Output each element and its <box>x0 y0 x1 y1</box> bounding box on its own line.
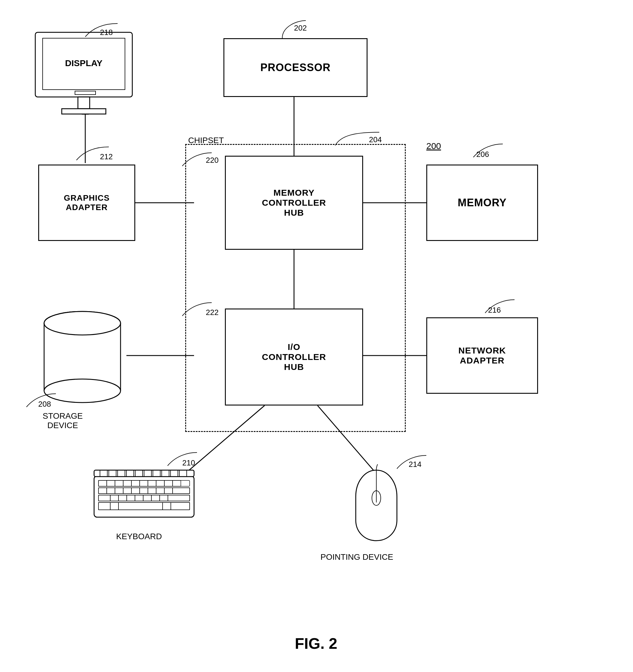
ref-200: 200 <box>426 141 441 151</box>
svg-rect-22 <box>94 476 194 517</box>
svg-rect-21 <box>75 91 96 95</box>
keyboard-label: KEYBOARD <box>116 532 162 541</box>
display-svg: DISPLAY <box>29 29 138 120</box>
processor-label: PROCESSOR <box>260 62 330 74</box>
network-adapter-label: NETWORK ADAPTER <box>459 345 506 365</box>
ref-208-bracket <box>24 391 59 408</box>
ref-214-bracket <box>394 453 429 470</box>
network-adapter-box: NETWORK ADAPTER <box>426 317 538 394</box>
ref-206-bracket <box>470 141 506 159</box>
io-controller-hub-box: I/O CONTROLLER HUB <box>225 309 363 406</box>
chipset-label: CHIPSET <box>188 136 224 145</box>
ref-216-bracket <box>482 297 517 314</box>
ref-202-bracket <box>259 18 318 41</box>
svg-text:DISPLAY: DISPLAY <box>65 58 102 68</box>
ref-210-bracket <box>165 450 200 467</box>
processor-box: PROCESSOR <box>224 38 368 97</box>
storage-device-label: STORAGE DEVICE <box>43 411 83 430</box>
svg-rect-20 <box>62 109 106 114</box>
memory-box: MEMORY <box>426 165 538 241</box>
ref-212-bracket <box>73 144 112 162</box>
ref-204-bracket <box>332 129 385 147</box>
fig-label: FIG. 2 <box>250 635 382 652</box>
ref-222-bracket <box>179 300 215 317</box>
ref-218-bracket <box>82 21 120 38</box>
svg-point-15 <box>44 311 120 335</box>
graphics-adapter-label: GRAPHICS ADAPTER <box>64 193 110 212</box>
memory-label: MEMORY <box>458 197 507 209</box>
keyboard-svg <box>91 467 197 526</box>
diagram-container: PROCESSOR 202 200 CHIPSET 204 MEMORY CON… <box>0 0 633 672</box>
svg-rect-19 <box>78 97 90 109</box>
graphics-adapter-box: GRAPHICS ADAPTER <box>38 165 135 241</box>
mouse-svg <box>347 464 406 547</box>
memory-controller-hub-label: MEMORY CONTROLLER HUB <box>262 188 326 218</box>
io-controller-hub-label: I/O CONTROLLER HUB <box>262 342 326 372</box>
pointing-device-label: POINTING DEVICE <box>321 552 393 562</box>
memory-controller-hub-box: MEMORY CONTROLLER HUB <box>225 156 363 250</box>
ref-220-bracket <box>179 150 215 167</box>
